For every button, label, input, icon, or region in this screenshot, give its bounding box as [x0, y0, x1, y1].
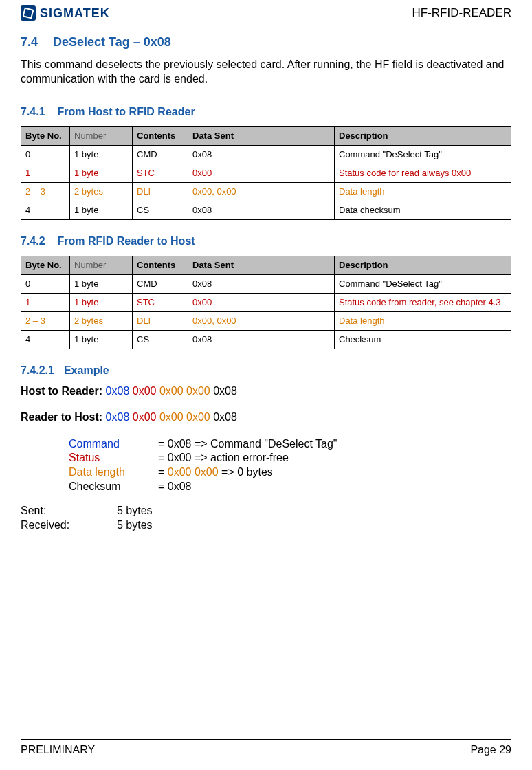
table-cell: 1 byte — [70, 293, 133, 311]
legend-key: Command — [69, 437, 158, 452]
section-heading: 7.4DeSelect Tag – 0x08 — [21, 35, 511, 50]
footer-right: Page 29 — [470, 744, 511, 756]
table-cell: Status code for read always 0x00 — [335, 164, 511, 182]
summary-key: Received: — [21, 518, 117, 533]
subsection-title-2: From RFID Reader to Host — [58, 235, 195, 247]
th-number: Number — [70, 256, 133, 274]
ex-dli: 0x00 0x00 — [159, 385, 210, 397]
ex-cs: 0x08 — [213, 385, 237, 397]
legend-key: Data length — [69, 465, 158, 480]
table-cell: 0x00, 0x00 — [188, 182, 335, 201]
table-cell: 0x00 — [188, 164, 335, 182]
ex-dli: 0x00 0x00 — [159, 411, 210, 423]
legend-value: = 0x08 => Command "DeSelect Tag" — [158, 437, 337, 452]
doc-id: HF-RFID-READER — [412, 6, 512, 20]
logo-text: SIGMATEK — [40, 6, 110, 21]
table-cell: 0x08 — [188, 201, 335, 219]
table-row: 2 – 32 bytesDLI0x00, 0x00Data length — [21, 182, 511, 201]
subsection-title-1: From Host to RFID Reader — [58, 106, 195, 118]
table-cell: Data length — [335, 182, 511, 201]
legend-row: Command= 0x08 => Command "DeSelect Tag" — [69, 437, 511, 452]
table-row: 11 byteSTC0x00Status code from reader, s… — [21, 293, 511, 311]
sigmatek-logo-icon — [21, 6, 36, 21]
section-intro: This command deselects the previously se… — [21, 58, 511, 87]
table-cell: 2 bytes — [70, 182, 133, 201]
reader-to-host-table: Byte No. Number Contents Data Sent Descr… — [21, 256, 511, 349]
table-row: 41 byteCS0x08Checksum — [21, 330, 511, 349]
footer-left: PRELIMINARY — [21, 744, 95, 756]
table-cell: 0x08 — [188, 145, 335, 164]
example-heading: 7.4.2.1Example — [21, 364, 511, 377]
th-byte-no: Byte No. — [21, 256, 70, 274]
table-cell: 2 – 3 — [21, 182, 70, 201]
table-cell: 4 — [21, 201, 70, 219]
host-to-reader-example: Host to Reader: 0x08 0x00 0x00 0x00 0x08 — [21, 385, 511, 397]
table-cell: 0 — [21, 145, 70, 164]
host-label: Host to Reader: — [21, 385, 102, 397]
table-cell: Data checksum — [335, 201, 511, 219]
table-row: 2 – 32 bytesDLI0x00, 0x00Data length — [21, 311, 511, 330]
summary-row: Sent:5 bytes — [21, 504, 511, 518]
table-cell: 1 byte — [70, 330, 133, 349]
table-cell: Checksum — [335, 330, 511, 349]
table-row: 11 byteSTC0x00Status code for read alway… — [21, 164, 511, 182]
ex-stc: 0x00 — [133, 385, 157, 397]
table-cell: 0x08 — [188, 274, 335, 293]
ex-cs: 0x08 — [213, 411, 237, 423]
table-header-row: Byte No. Number Contents Data Sent Descr… — [21, 126, 511, 145]
page-footer: PRELIMINARY Page 29 — [21, 739, 511, 756]
page-header: SIGMATEK HF-RFID-READER — [21, 6, 511, 21]
th-contents: Contents — [133, 126, 188, 145]
table-cell: Command "DeSelect Tag" — [335, 145, 511, 164]
legend-value: = 0x00 0x00 => 0 bytes — [158, 465, 273, 480]
th-byte-no: Byte No. — [21, 126, 70, 145]
th-contents: Contents — [133, 256, 188, 274]
table-cell: CMD — [133, 274, 188, 293]
ex-cmd: 0x08 — [106, 385, 130, 397]
table-cell: 1 — [21, 293, 70, 311]
table-row: 41 byteCS0x08Data checksum — [21, 201, 511, 219]
table-cell: 0x08 — [188, 330, 335, 349]
subsection-number-1: 7.4.1 — [21, 106, 45, 118]
table-cell: 2 – 3 — [21, 311, 70, 330]
table-cell: 0 — [21, 274, 70, 293]
summary-key: Sent: — [21, 504, 117, 518]
table-row: 01 byteCMD0x08Command "DeSelect Tag" — [21, 145, 511, 164]
header-divider — [21, 25, 511, 25]
section-title: DeSelect Tag – 0x08 — [53, 35, 171, 49]
table-cell: Data length — [335, 311, 511, 330]
th-description: Description — [335, 126, 511, 145]
subsection-number-2: 7.4.2 — [21, 235, 45, 247]
table-cell: STC — [133, 293, 188, 311]
example-title: Example — [64, 364, 109, 376]
th-number: Number — [70, 126, 133, 145]
summary-value: 5 bytes — [117, 504, 153, 518]
table-cell: 1 byte — [70, 164, 133, 182]
section-number: 7.4 — [21, 35, 38, 49]
host-to-reader-table: Byte No. Number Contents Data Sent Descr… — [21, 126, 511, 220]
summary-value: 5 bytes — [117, 518, 153, 533]
table-cell: 0x00, 0x00 — [188, 311, 335, 330]
table-header-row: Byte No. Number Contents Data Sent Descr… — [21, 256, 511, 274]
example-summary: Sent:5 bytesReceived:5 bytes — [21, 504, 511, 533]
reader-label: Reader to Host: — [21, 411, 102, 423]
table-row: 01 byteCMD0x08Command "DeSelect Tag" — [21, 274, 511, 293]
table-cell: 2 bytes — [70, 311, 133, 330]
subsection-heading-2: 7.4.2From RFID Reader to Host — [21, 235, 511, 248]
table-cell: 0x00 — [188, 293, 335, 311]
legend-row: Checksum= 0x08 — [69, 480, 511, 494]
summary-row: Received:5 bytes — [21, 518, 511, 533]
table-cell: 1 byte — [70, 201, 133, 219]
legend-row: Data length= 0x00 0x00 => 0 bytes — [69, 465, 511, 480]
legend-value: = 0x08 — [158, 480, 191, 494]
table-cell: 1 — [21, 164, 70, 182]
th-data-sent: Data Sent — [188, 256, 335, 274]
th-data-sent: Data Sent — [188, 126, 335, 145]
th-description: Description — [335, 256, 511, 274]
table-cell: CS — [133, 330, 188, 349]
logo: SIGMATEK — [21, 6, 110, 21]
table-cell: DLI — [133, 182, 188, 201]
reader-to-host-example: Reader to Host: 0x08 0x00 0x00 0x00 0x08 — [21, 411, 511, 424]
ex-cmd: 0x08 — [106, 411, 130, 423]
legend-key: Status — [69, 451, 158, 465]
